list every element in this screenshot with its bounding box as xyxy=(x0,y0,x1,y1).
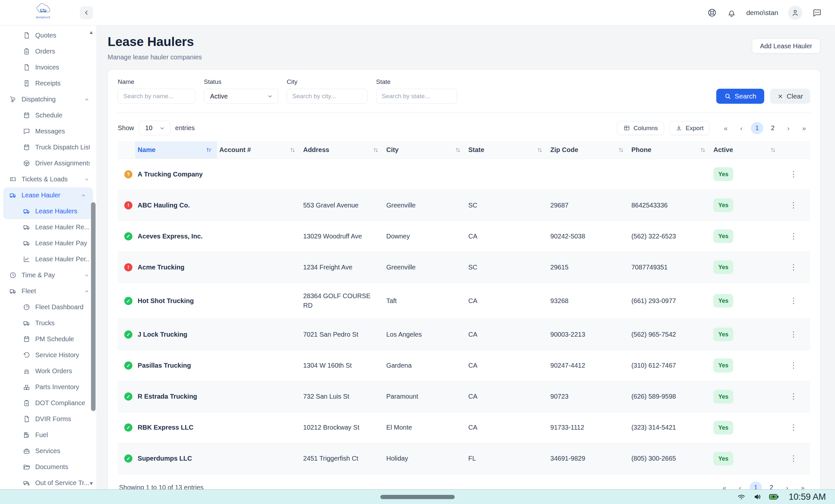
columns-button[interactable]: Columns xyxy=(617,121,664,135)
sidebar-item-invoices[interactable]: Invoices xyxy=(0,59,96,75)
sort-ascending-icon[interactable] xyxy=(206,147,212,153)
row-actions-menu-button[interactable]: ⋮ xyxy=(781,221,810,252)
sidebar-item-lease-haulers[interactable]: Lease Haulers xyxy=(3,203,93,219)
sidebar-item-fleet-dashboard[interactable]: Fleet Dashboard xyxy=(0,299,96,315)
company-name-cell[interactable]: Pasillas Trucking xyxy=(135,350,217,381)
bottom-pagination-page-1[interactable]: 1 xyxy=(750,482,762,489)
sort-icon[interactable] xyxy=(455,147,461,153)
company-name-cell[interactable]: Aceves Express, Inc. xyxy=(135,221,217,252)
sidebar-item-truck-dispatch-list[interactable]: Truck Dispatch List xyxy=(0,139,96,155)
company-name-cell[interactable]: Acme Trucking xyxy=(135,252,217,283)
sidebar-item-services[interactable]: Services xyxy=(0,443,96,459)
sidebar-item-service-history[interactable]: Service History xyxy=(0,347,96,363)
row-actions-menu-button[interactable]: ⋮ xyxy=(781,319,810,350)
sort-icon[interactable] xyxy=(700,147,706,153)
column-header-phone[interactable]: Phone xyxy=(629,141,711,159)
row-actions-menu-button[interactable]: ⋮ xyxy=(781,159,810,190)
chat-icon[interactable] xyxy=(812,8,822,18)
sidebar-item-messages[interactable]: Messages xyxy=(0,123,96,139)
sidebar-item-lease-hauler-performance[interactable]: Lease Hauler Per... xyxy=(0,251,96,267)
clear-button[interactable]: Clear xyxy=(770,89,810,104)
volume-icon[interactable] xyxy=(753,492,762,501)
sidebar-item-quotes[interactable]: Quotes xyxy=(0,27,96,43)
sidebar-item-schedule[interactable]: Schedule xyxy=(0,107,96,123)
sidebar-item-time-pay[interactable]: Time & Pay xyxy=(0,267,96,283)
status-cell: ✓ xyxy=(118,412,135,443)
user-avatar[interactable] xyxy=(788,5,802,20)
sidebar-item-trucks[interactable]: Trucks xyxy=(0,315,96,331)
export-button[interactable]: Export xyxy=(669,121,710,135)
search-button[interactable]: Search xyxy=(716,89,764,104)
company-name-cell[interactable]: RBK Express LLC xyxy=(135,412,217,443)
sidebar-item-receipts[interactable]: Receipts xyxy=(0,75,96,91)
sidebar-item-pm-schedule[interactable]: PM Schedule xyxy=(0,331,96,347)
company-name-cell[interactable]: Hot Shot Trucking xyxy=(135,283,217,319)
column-header-zip-code[interactable]: Zip Code xyxy=(548,141,629,159)
sort-icon[interactable] xyxy=(372,147,379,153)
add-lease-hauler-button[interactable]: Add Lease Hauler xyxy=(752,39,820,54)
sidebar-item-lease-hauler[interactable]: Lease Hauler xyxy=(3,187,93,203)
top-pagination-last-button[interactable]: » xyxy=(798,122,810,135)
page-size-select[interactable]: 10 xyxy=(139,121,170,135)
sidebar-item-dot-compliance[interactable]: DOT Compliance xyxy=(0,395,96,411)
bottom-pagination-next-button[interactable]: › xyxy=(781,482,793,489)
column-header-city[interactable]: City xyxy=(384,141,466,159)
taskbar-scrollbar-handle[interactable] xyxy=(380,495,455,499)
bottom-pagination-first-button[interactable]: « xyxy=(718,482,731,489)
row-actions-menu-button[interactable]: ⋮ xyxy=(781,350,810,381)
sort-icon[interactable] xyxy=(770,147,776,153)
sidebar-collapse-button[interactable] xyxy=(80,6,93,19)
battery-charging-icon[interactable] xyxy=(769,492,779,501)
sort-icon[interactable] xyxy=(618,147,624,153)
sidebar-item-tickets-loads[interactable]: Tickets & Loads xyxy=(0,171,96,187)
top-pagination-next-button[interactable]: › xyxy=(782,122,795,135)
sidebar-scroll-up-icon[interactable]: ▲ xyxy=(89,29,94,35)
status-filter-select[interactable]: Active xyxy=(204,89,278,104)
top-pagination-prev-button[interactable]: ‹ xyxy=(735,122,748,135)
sidebar-item-out-of-service-trucks[interactable]: Out of Service Tr... xyxy=(0,475,96,491)
help-icon[interactable] xyxy=(707,8,717,18)
sidebar-item-work-orders[interactable]: Work Orders xyxy=(0,363,96,379)
name-filter-input[interactable] xyxy=(118,89,196,104)
column-header-address[interactable]: Address xyxy=(300,141,384,159)
sort-icon[interactable] xyxy=(289,147,296,153)
row-actions-menu-button[interactable]: ⋮ xyxy=(781,412,810,443)
row-actions-menu-button[interactable]: ⋮ xyxy=(781,252,810,283)
bottom-pagination-prev-button[interactable]: ‹ xyxy=(734,482,746,489)
row-actions-menu-button[interactable]: ⋮ xyxy=(781,283,810,319)
row-actions-menu-button[interactable]: ⋮ xyxy=(781,443,810,474)
top-pagination-page-1[interactable]: 1 xyxy=(751,122,763,135)
sidebar-item-lease-hauler-requests[interactable]: Lease Hauler Re... xyxy=(0,219,96,235)
column-header-name[interactable]: Name xyxy=(135,141,217,159)
company-name-cell[interactable]: J Lock Trucking xyxy=(135,319,217,350)
company-name-cell[interactable]: A Trucking Company xyxy=(135,159,217,190)
city-filter-input[interactable] xyxy=(287,89,368,104)
row-actions-menu-button[interactable]: ⋮ xyxy=(781,190,810,221)
company-name-cell[interactable]: Superdumps LLC xyxy=(135,443,217,474)
sidebar-scroll-down-icon[interactable]: ▼ xyxy=(89,481,94,486)
notifications-bell-icon[interactable] xyxy=(727,8,736,18)
sidebar-item-dispatching[interactable]: Dispatching xyxy=(0,91,96,107)
sidebar-item-parts-inventory[interactable]: Parts Inventory xyxy=(0,379,96,395)
wifi-icon[interactable] xyxy=(736,492,746,501)
top-pagination-first-button[interactable]: « xyxy=(719,122,732,135)
sidebar-item-driver-assignments[interactable]: Driver Assignments xyxy=(0,155,96,171)
row-actions-menu-button[interactable]: ⋮ xyxy=(781,381,810,412)
top-pagination-page-2[interactable]: 2 xyxy=(767,122,779,135)
column-header-active[interactable]: Active xyxy=(711,141,780,159)
bottom-pagination-page-2[interactable]: 2 xyxy=(765,482,778,489)
column-header-account-[interactable]: Account # xyxy=(217,141,301,159)
sidebar-item-lease-hauler-pay[interactable]: Lease Hauler Pay xyxy=(0,235,96,251)
bottom-pagination-last-button[interactable]: » xyxy=(796,482,809,489)
sidebar-item-fleet[interactable]: Fleet xyxy=(0,283,96,299)
company-name-cell[interactable]: R Estrada Trucking xyxy=(135,381,217,412)
sort-icon[interactable] xyxy=(536,147,543,153)
sidebar-item-dvir-forms[interactable]: DVIR Forms xyxy=(0,411,96,427)
sidebar-item-documents[interactable]: Documents xyxy=(0,459,96,475)
sidebar-item-fuel[interactable]: Fuel xyxy=(0,427,96,443)
state-filter-input[interactable] xyxy=(376,89,457,104)
sidebar-item-orders[interactable]: Orders xyxy=(0,43,96,59)
sidebar-scrollbar[interactable] xyxy=(91,202,96,411)
column-header-state[interactable]: State xyxy=(466,141,548,159)
company-name-cell[interactable]: ABC Hauling Co. xyxy=(135,190,217,221)
